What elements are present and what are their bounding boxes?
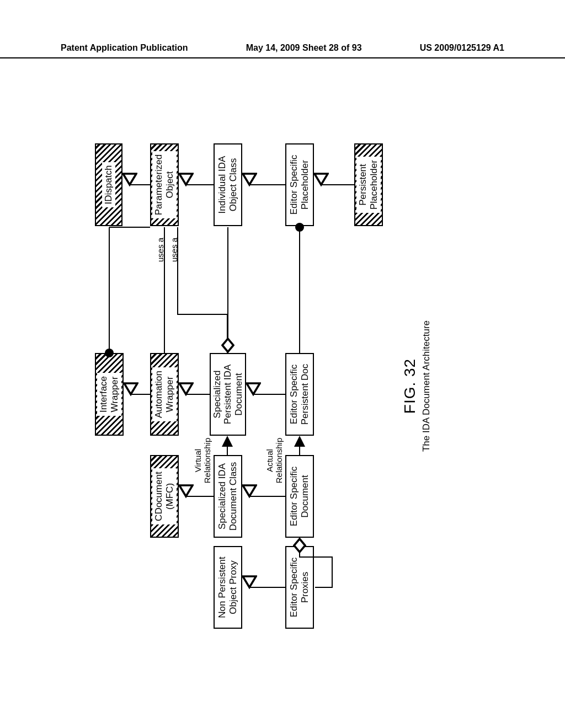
node-specialized-ida-document-class: Specialized IDADocument Class	[214, 455, 242, 538]
node-editor-specific-document: Editor SpecificDocument	[285, 455, 314, 538]
node-cdocument-mfc: CDocument(MFC)	[150, 455, 179, 538]
node-persistent-placeholder: PersistentPlaceholder	[354, 143, 383, 226]
node-idispatch: IDispatch	[95, 143, 122, 226]
figure-rotated-container: InterfaceWrapper IDispatch CDocument(MFC…	[95, 127, 470, 623]
node-editor-specific-persistent-doc: Editor SpecificPersistent Doc	[285, 353, 314, 436]
node-interface-wrapper: InterfaceWrapper	[95, 353, 124, 436]
label-uses-a-2: uses a	[169, 238, 179, 262]
node-non-persistent-object-proxy: Non PersistentObject Proxy	[214, 546, 242, 629]
label-virtual-relationship: VirtualRelationship	[193, 433, 212, 488]
figure-caption: FIG. 32 The IDA Document Architecture	[401, 303, 432, 469]
header-center: May 14, 2009 Sheet 28 of 93	[246, 43, 362, 53]
node-individual-ida-object-class: Individual IDAObject Class	[214, 143, 242, 226]
node-parameterized-object: ParameterizedObject	[150, 143, 179, 226]
diagram-area: InterfaceWrapper IDispatch CDocument(MFC…	[0, 83, 565, 689]
header-left: Patent Application Publication	[61, 43, 188, 53]
node-editor-specific-placeholder: Editor SpecificPlaceholder	[285, 143, 314, 226]
node-specialized-persistent-ida-document: SpecializedPersistent IDADocument	[210, 353, 246, 436]
page-header: Patent Application Publication May 14, 2…	[0, 43, 565, 58]
header-right: US 2009/0125129 A1	[420, 43, 504, 53]
node-automation-wrapper: AutomationWrapper	[150, 353, 179, 436]
node-editor-specific-proxies: Editor SpecificProxies	[285, 546, 314, 629]
label-uses-a-1: uses a	[156, 238, 165, 262]
figure-number: FIG. 32	[401, 303, 419, 469]
label-actual-relationship: ActualRelationship	[265, 433, 284, 488]
figure-title: The IDA Document Architecture	[421, 303, 432, 469]
